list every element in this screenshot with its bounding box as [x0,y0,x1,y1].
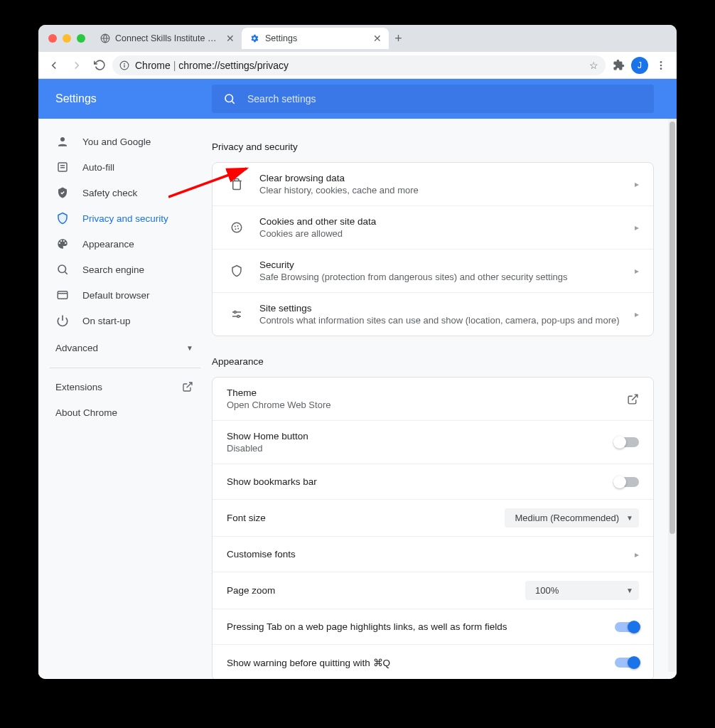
open-external-icon [627,393,639,405]
sidebar-item-label: Search engine [82,264,144,275]
svg-point-18 [235,226,236,228]
sidebar-item-label: Extensions [55,382,102,392]
sidebar-item-appearance[interactable]: Appearance [38,231,212,257]
sidebar-item-default-browser[interactable]: Default browser [38,282,212,308]
row-title: Show warning before quitting with ⌘Q [227,657,615,668]
row-title: Font size [227,513,505,523]
close-tab-icon[interactable]: ✕ [373,33,382,44]
svg-point-5 [660,64,662,66]
tab-label: Connect Skills Institute Pty Ltd [115,33,218,43]
back-button[interactable] [44,55,64,75]
profile-avatar[interactable]: J [631,57,648,74]
close-tab-icon[interactable]: ✕ [226,33,235,44]
svg-point-6 [660,68,662,70]
row-font-size[interactable]: Font size Medium (Recommended) ▼ [213,500,653,537]
url-text: Chrome | chrome://settings/privacy [135,60,289,71]
svg-point-17 [232,223,242,232]
sidebar-item-safety-check[interactable]: Safety check [38,180,212,205]
toggle-bookmarks-bar[interactable] [615,477,639,487]
row-title: Security [259,259,635,270]
row-subtitle: Disabled [227,443,615,454]
cookie-icon [227,221,247,234]
tab-settings[interactable]: Settings ✕ [242,28,389,49]
section-title-privacy: Privacy and security [212,141,654,152]
globe-icon [100,33,110,44]
sidebar: You and Google Auto-fill Safety check Pr… [38,119,212,679]
row-theme[interactable]: Theme Open Chrome Web Store [213,378,653,421]
content-area: You and Google Auto-fill Safety check Pr… [38,119,677,679]
search-input[interactable] [247,93,643,105]
row-title: Show bookmarks bar [227,476,615,487]
search-settings[interactable] [212,85,654,113]
new-tab-button[interactable]: + [389,31,408,46]
svg-point-20 [235,228,237,230]
tab-label: Settings [265,33,297,43]
sidebar-item-privacy-security[interactable]: Privacy and security [38,205,212,231]
site-info-icon[interactable] [119,60,129,70]
open-external-icon [182,381,193,392]
browser-icon [55,289,70,301]
row-bookmarks-bar[interactable]: Show bookmarks bar [213,464,653,500]
row-title: Clear browsing data [259,173,635,183]
sidebar-item-autofill[interactable]: Auto-fill [38,154,212,180]
trash-icon [227,178,247,191]
dropdown-font-size[interactable]: Medium (Recommended) ▼ [505,508,639,528]
chevron-down-icon: ▼ [626,587,633,594]
sidebar-item-label: About Chrome [55,407,117,418]
row-cookies[interactable]: Cookies and other site data Cookies are … [213,206,653,250]
row-security[interactable]: Security Safe Browsing (protection from … [213,250,653,293]
row-customise-fonts[interactable]: Customise fonts ▸ [213,537,653,572]
tab-connect-skills[interactable]: Connect Skills Institute Pty Ltd ✕ [92,28,242,49]
forward-button[interactable] [67,55,87,75]
main-panel: Privacy and security Clear browsing data… [212,119,677,679]
row-quit-warning[interactable]: Show warning before quitting with ⌘Q [213,645,653,679]
address-bar[interactable]: Chrome | chrome://settings/privacy ☆ [112,55,606,75]
row-title: Theme [227,387,627,398]
row-home-button[interactable]: Show Home button Disabled [213,421,653,464]
svg-point-21 [237,228,239,230]
row-page-zoom[interactable]: Page zoom 100% ▼ [213,572,653,609]
settings-header: Settings [38,79,677,119]
svg-point-13 [58,265,66,273]
chevron-down-icon: ▼ [186,344,193,352]
close-window-button[interactable] [48,34,57,43]
toggle-tab-highlight[interactable] [615,622,639,632]
page-title: Settings [38,92,212,105]
toolbar: Chrome | chrome://settings/privacy ☆ J [38,52,677,79]
sidebar-item-about[interactable]: About Chrome [38,400,212,425]
palette-icon [55,237,70,250]
chevron-right-icon: ▸ [635,266,639,276]
reload-button[interactable] [90,55,109,75]
sidebar-item-you-and-google[interactable]: You and Google [38,129,212,154]
security-icon [227,264,247,277]
sidebar-item-startup[interactable]: On start-up [38,308,212,333]
safety-check-icon [55,186,70,199]
scrollbar-thumb[interactable] [670,122,675,534]
sidebar-item-extensions[interactable]: Extensions [38,374,212,400]
sidebar-item-label: You and Google [82,136,151,147]
row-clear-browsing-data[interactable]: Clear browsing data Clear history, cooki… [213,163,653,206]
dropdown-page-zoom[interactable]: 100% ▼ [525,581,639,600]
sidebar-item-search-engine[interactable]: Search engine [38,257,212,282]
row-tab-highlight[interactable]: Pressing Tab on a web page highlights li… [213,609,653,645]
sidebar-item-advanced[interactable]: Advanced ▼ [38,333,212,362]
extensions-button[interactable] [608,55,628,75]
toggle-quit-warning[interactable] [615,658,639,668]
svg-point-19 [237,225,239,227]
power-icon [55,314,70,327]
row-subtitle: Cookies are allowed [259,228,635,239]
chevron-right-icon: ▸ [635,223,639,232]
sidebar-item-label: Privacy and security [82,213,168,224]
kebab-menu-button[interactable] [651,55,671,75]
chevron-right-icon: ▸ [635,179,639,189]
toggle-home-button[interactable] [615,437,639,447]
minimize-window-button[interactable] [63,34,71,43]
maximize-window-button[interactable] [77,34,85,43]
bookmark-star-icon[interactable]: ☆ [589,60,598,71]
scrollbar-track[interactable] [668,119,677,672]
sidebar-item-label: Safety check [82,188,137,198]
row-site-settings[interactable]: Site settings Controls what information … [213,293,653,336]
row-title: Show Home button [227,431,615,441]
svg-rect-15 [58,291,68,299]
sidebar-item-label: Default browser [82,290,150,301]
